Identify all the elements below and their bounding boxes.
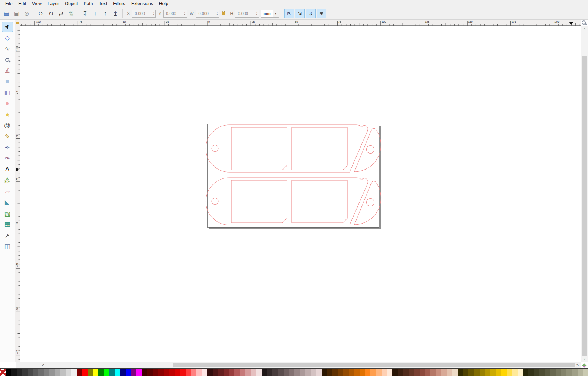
palette-swatch[interactable] [387, 369, 392, 376]
palette-swatch[interactable] [71, 369, 77, 376]
bezier-pen-tool[interactable]: ✒ [2, 142, 13, 153]
palette-swatch[interactable] [365, 369, 371, 376]
select-all-layers-button[interactable]: ▣ [12, 9, 22, 19]
palette-swatch[interactable] [234, 369, 240, 376]
palette-swatch[interactable] [142, 369, 148, 376]
horizontal-scrollbar[interactable]: < > [16, 362, 581, 368]
zoom-corner-icon[interactable] [582, 20, 586, 26]
spinner-arrows-icon[interactable]: ▲▼ [152, 12, 155, 15]
palette-swatch[interactable] [441, 369, 447, 376]
palette-swatch[interactable] [175, 369, 180, 376]
horizontal-scrollbar-thumb[interactable] [173, 363, 575, 367]
palette-swatch[interactable] [224, 369, 229, 376]
flip-vertical-button[interactable]: ⇅ [66, 9, 76, 19]
palette-swatch[interactable] [104, 369, 110, 376]
palette-swatch[interactable] [218, 369, 224, 376]
palette-swatch[interactable] [436, 369, 442, 376]
palette-swatch-none[interactable] [0, 369, 6, 376]
palette-swatch[interactable] [213, 369, 218, 376]
palette-swatch[interactable] [251, 369, 256, 376]
palette-swatch[interactable] [207, 369, 213, 376]
palette-swatch[interactable] [169, 369, 175, 376]
palette-swatch[interactable] [512, 369, 518, 376]
chevron-down-icon[interactable]: ▼ [273, 10, 279, 17]
palette-swatch[interactable] [66, 369, 71, 376]
palette-swatch[interactable] [311, 369, 316, 376]
x-field[interactable]: 0.000▲▼ [132, 10, 156, 18]
guide-lock-icon[interactable] [16, 22, 19, 24]
palette-swatch[interactable] [28, 369, 33, 376]
palette-swatch[interactable] [518, 369, 523, 376]
palette-swatch[interactable] [332, 369, 338, 376]
lock-width-height-icon[interactable] [222, 12, 225, 15]
star-tool[interactable]: ★ [2, 110, 13, 120]
palette-swatch[interactable] [240, 369, 246, 376]
spinner-arrows-icon[interactable]: ▲▼ [216, 12, 219, 15]
palette-swatch[interactable] [354, 369, 360, 376]
palette-swatch[interactable] [458, 369, 463, 376]
palette-swatch[interactable] [202, 369, 208, 376]
rotate-cw-button[interactable]: ↻ [46, 9, 56, 19]
connector-tool[interactable]: ◫ [2, 241, 13, 252]
scroll-up-icon[interactable]: ∧ [581, 26, 588, 32]
palette-swatch[interactable] [262, 369, 267, 376]
lower-to-bottom-button[interactable]: ↧ [80, 9, 90, 19]
vertical-scrollbar[interactable]: ∧ ∨ [581, 26, 588, 362]
spiral-tool[interactable]: @ [2, 120, 13, 131]
palette-swatch[interactable] [305, 369, 311, 376]
palette-swatch[interactable] [349, 369, 354, 376]
palette-swatch[interactable] [409, 369, 414, 376]
h-field[interactable]: 0.000▲▼ [235, 10, 259, 18]
box-3d-tool[interactable]: ◧ [2, 88, 13, 98]
palette-swatch[interactable] [60, 369, 66, 376]
palette-swatch[interactable] [93, 369, 98, 376]
node-editor-tool[interactable]: ◇ [2, 32, 13, 43]
selector-tool[interactable]: ➤ [2, 22, 13, 32]
palette-swatch[interactable] [147, 369, 153, 376]
pencil-tool[interactable]: ✎ [2, 132, 13, 142]
palette-swatch[interactable] [343, 369, 349, 376]
palette-swatch[interactable] [38, 369, 44, 376]
palette-swatch[interactable] [550, 369, 556, 376]
measure-tool[interactable]: ∡ [2, 66, 13, 76]
rotate-ccw-button[interactable]: ↺ [36, 9, 46, 19]
palette-swatch[interactable] [556, 369, 561, 376]
vertical-scrollbar-thumb[interactable] [582, 56, 587, 356]
palette-swatch[interactable] [272, 369, 278, 376]
palette-swatch[interactable] [120, 369, 126, 376]
palette-swatch[interactable] [370, 369, 376, 376]
palette-swatch[interactable] [539, 369, 545, 376]
palette-swatch[interactable] [480, 369, 485, 376]
palette-swatch[interactable] [49, 369, 55, 376]
palette-swatch[interactable] [501, 369, 507, 376]
menu-path[interactable]: Path [81, 0, 96, 7]
menu-object[interactable]: Object [62, 0, 81, 7]
palette-swatch[interactable] [490, 369, 496, 376]
gradient-tool[interactable]: ▧ [2, 208, 13, 219]
palette-swatch[interactable] [229, 369, 235, 376]
menu-layer[interactable]: Layer [45, 0, 62, 7]
palette-swatch[interactable] [382, 369, 387, 376]
guide-lock-corner[interactable] [15, 20, 20, 26]
palette-swatch[interactable] [191, 369, 196, 376]
spinner-arrows-icon[interactable]: ▲▼ [183, 12, 186, 15]
tweak-tool[interactable]: ∿ [2, 44, 13, 54]
palette-swatch[interactable] [468, 369, 474, 376]
scroll-down-icon[interactable]: ∨ [581, 356, 588, 362]
palette-swatch[interactable] [196, 369, 202, 376]
palette-swatch[interactable] [11, 369, 17, 376]
y-field[interactable]: 0.000▲▼ [163, 10, 187, 18]
palette-swatch[interactable] [22, 369, 28, 376]
palette-swatch[interactable] [398, 369, 403, 376]
spray-tool[interactable]: ⁂ [2, 176, 13, 186]
rectangle-tool[interactable]: ■ [2, 76, 13, 87]
palette-swatch[interactable] [566, 369, 572, 376]
horizontal-ruler[interactable]: -100-75-50-250255075100125150175200 [20, 20, 581, 26]
palette-swatch[interactable] [131, 369, 137, 376]
palette-swatch[interactable] [430, 369, 436, 376]
lower-button[interactable]: ↓ [90, 9, 100, 19]
palette-swatch[interactable] [33, 369, 39, 376]
palette-swatch[interactable] [136, 369, 142, 376]
palette-swatch[interactable] [392, 369, 398, 376]
palette-swatch[interactable] [126, 369, 131, 376]
